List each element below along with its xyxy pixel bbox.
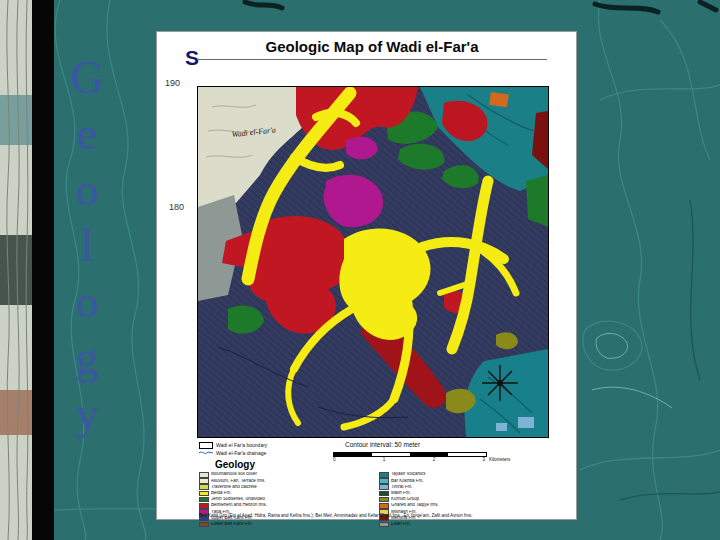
scale-tick: 3	[482, 457, 485, 462]
geologic-map: Wadi el-Far'a	[198, 87, 548, 437]
legend-row: Mountainous soil cover	[199, 472, 367, 478]
vertical-title: G e o l o g y	[50, 50, 124, 442]
legend-label: Mountainous soil cover	[211, 472, 257, 477]
scale-segment	[410, 453, 448, 456]
legend-caption: Beit Kahil Grp (Ein el Asad, Hidra, Rama…	[199, 513, 549, 518]
map-frame: Wadi el-Far'a	[197, 86, 549, 438]
legend-label: Jenin Subseries, undivided	[211, 497, 265, 502]
legend-color-chip	[379, 491, 389, 497]
legend-color-chip	[199, 491, 209, 497]
legend-color-chip	[379, 503, 389, 509]
map-title: Geologic Map of Wadi el-Far'a	[197, 38, 547, 55]
legend-color-chip	[379, 522, 389, 528]
map-figure-panel: S Geologic Map of Wadi el-Far'a 190 180	[156, 31, 577, 520]
legend-color-chip	[199, 497, 209, 503]
legend-color-chip	[379, 497, 389, 503]
legend-label: Malih Fm.	[391, 491, 411, 496]
contour-interval-note: Contour interval: 50 meter	[345, 441, 420, 448]
scale-unit-label: Kilometers	[489, 457, 510, 462]
vertical-title-letter: o	[50, 274, 124, 330]
legend-row: Alluvium, Fan, Terrace fms.	[199, 478, 367, 484]
legend-row: Kurnub Group	[379, 497, 547, 503]
legend-row: Travertine and calcrete	[199, 484, 367, 490]
legend-color-chip	[199, 472, 209, 478]
legend-label: Bethlehem and Hebron fms.	[211, 503, 267, 508]
legend-row: Jenin Subseries, undivided	[199, 497, 367, 503]
scale-segment	[334, 453, 372, 456]
scale-segment	[372, 453, 410, 456]
boundary-symbol	[199, 442, 213, 449]
vertical-title-letter: g	[50, 330, 124, 386]
legend-row: Beida Fm.	[199, 491, 367, 497]
scale-tick: 1	[383, 457, 386, 462]
legend-row: Timrat Fm.	[379, 484, 547, 490]
vertical-title-letter: l	[50, 218, 124, 274]
legend-label: Lower Beit Kahil Fm.	[211, 522, 253, 527]
legend-row: Lisan Fm.	[379, 522, 547, 528]
legend-label: Bar Kokhba Fm.	[391, 479, 424, 484]
legend-row: Malih Fm.	[379, 491, 547, 497]
legend-row: Tayasir Volcanics	[379, 472, 547, 478]
legend-label: Alluvium, Fan, Terrace fms.	[211, 479, 265, 484]
topo-map-strip	[0, 0, 32, 540]
drainage-line-icon	[199, 450, 213, 456]
grid-label-180: 180	[169, 202, 184, 212]
scale-ticks: 0 1 2 3	[333, 457, 485, 462]
scale-bar: 0 1 2 3 Kilometers	[333, 452, 503, 462]
legend-row: Ghareb and Taqiye fms.	[379, 503, 547, 509]
legend-column-left: Mountainous soil coverAlluvium, Fan, Ter…	[199, 472, 367, 528]
legend-color-chip	[379, 472, 389, 478]
grid-label-190: 190	[165, 78, 180, 88]
legend-label: Kurnub Group	[391, 497, 419, 502]
legend-row: Bar Kokhba Fm.	[379, 478, 547, 484]
drainage-label: Wadi el-Far'a drainage	[216, 449, 266, 457]
scale-segment	[448, 453, 486, 456]
boundary-label: Wadi el Far'a boundary	[216, 441, 267, 449]
scale-tick: 0	[333, 457, 336, 462]
title-rule	[197, 59, 547, 60]
vertical-title-letter: o	[50, 162, 124, 218]
vertical-title-letter: y	[50, 386, 124, 442]
legend-label: Beida Fm.	[211, 491, 232, 496]
vertical-title-letter: e	[50, 106, 124, 162]
legend-color-chip	[199, 522, 209, 528]
map-key: Wadi el Far'a boundary Wadi el-Far'a dra…	[199, 441, 267, 457]
legend-color-chip	[379, 484, 389, 490]
legend-color-chip	[199, 503, 209, 509]
legend-label: Ghareb and Taqiye fms.	[391, 503, 439, 508]
legend-heading: Geology	[215, 459, 255, 470]
legend-label: Lisan Fm.	[391, 522, 411, 527]
legend: Mountainous soil coverAlluvium, Fan, Ter…	[199, 472, 547, 528]
legend-label: Travertine and calcrete	[211, 485, 257, 490]
legend-color-chip	[379, 478, 389, 484]
legend-row: Bethlehem and Hebron fms.	[199, 503, 367, 509]
legend-color-chip	[199, 484, 209, 490]
scale-tick: 2	[433, 457, 436, 462]
legend-color-chip	[199, 478, 209, 484]
legend-label: Timrat Fm.	[391, 485, 413, 490]
legend-label: Tayasir Volcanics	[391, 472, 426, 477]
presentation-slide: G e o l o g y S Geologic Map of Wadi el-…	[0, 0, 720, 540]
legend-row: Lower Beit Kahil Fm.	[199, 522, 367, 528]
legend-column-right: Tayasir VolcanicsBar Kokhba Fm.Timrat Fm…	[379, 472, 547, 528]
vertical-title-letter: G	[50, 50, 124, 106]
